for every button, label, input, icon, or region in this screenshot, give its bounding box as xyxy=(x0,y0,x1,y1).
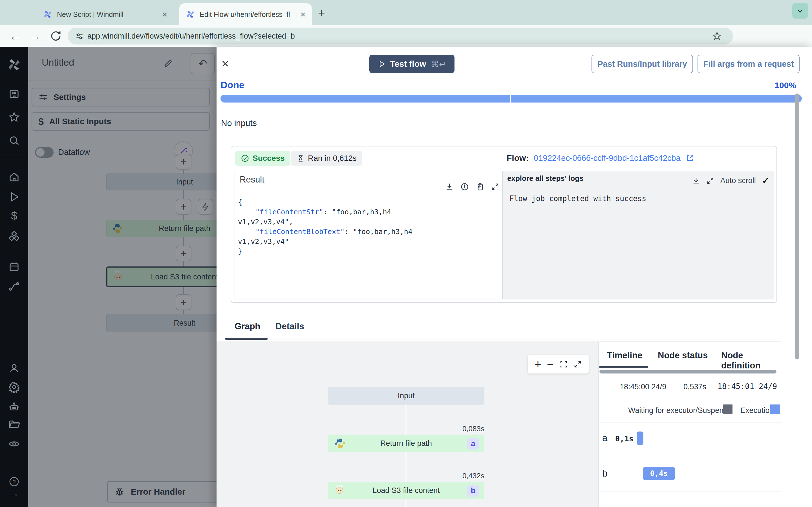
graph-edge xyxy=(406,404,406,435)
row-b-duration: 0,4s xyxy=(650,469,668,478)
node-label: Return file path xyxy=(380,439,432,448)
audit-eye-icon[interactable] xyxy=(8,438,20,450)
row-b-execution-bar: 0,4s xyxy=(643,467,675,480)
no-inputs-text: No inputs xyxy=(221,118,257,128)
timeline-row-a: a 0,1s xyxy=(599,422,781,456)
duration-label: Ran in 0,612s xyxy=(308,154,357,163)
browser-tab-bar: New Script | Windmill × Edit Flow u/henr… xyxy=(0,0,812,25)
legend-waiting-swatch xyxy=(723,404,732,414)
variables-dollar-icon[interactable]: $ xyxy=(11,210,17,222)
settings-gear-icon[interactable] xyxy=(8,381,20,393)
reload-button[interactable] xyxy=(50,30,62,42)
flow-id-link[interactable]: 019224ec-0666-ccff-9dbd-1c1af5c42cba xyxy=(534,154,680,163)
past-runs-button[interactable]: Past Runs/Input library xyxy=(592,55,693,73)
result-log-split: Result {"fileContentStr": "foo,bar,h3,h4… xyxy=(235,171,774,299)
start-time: 18:45:00 24/9 xyxy=(620,383,666,391)
test-flow-panel: × Test flow ⌘↵ Past Runs/Input library F… xyxy=(216,47,812,507)
row-a-duration: 0,1s xyxy=(615,434,633,443)
status-done: Done xyxy=(220,79,245,91)
graph-node-input[interactable]: Input xyxy=(328,387,485,404)
modal-dim-overlay xyxy=(28,47,216,507)
legend-execution-swatch xyxy=(770,404,780,414)
address-bar[interactable]: app.windmill.dev/flows/edit/u/henri/effo… xyxy=(68,27,733,45)
expand-icon[interactable] xyxy=(706,177,714,185)
fit-view-icon[interactable] xyxy=(559,360,568,369)
home-icon[interactable] xyxy=(8,171,20,183)
tab-node-status[interactable]: Node status xyxy=(658,350,708,360)
timeline-legend: Waiting for executor/Suspend Execution xyxy=(599,398,781,422)
result-toolbar xyxy=(445,182,499,191)
sidebar-divider xyxy=(0,76,28,77)
tab-edit-flow[interactable]: Edit Flow u/henri/effortless_fl × xyxy=(179,3,312,25)
routes-icon[interactable] xyxy=(8,280,20,292)
runs-play-icon[interactable] xyxy=(8,191,20,203)
tab-new-script[interactable]: New Script | Windmill × xyxy=(37,3,174,25)
log-line: Flow job completed with success xyxy=(509,194,646,203)
python-icon xyxy=(335,438,346,449)
total-duration: 0,537s xyxy=(683,383,706,391)
auto-scroll-label[interactable]: Auto scroll xyxy=(720,176,756,185)
success-label: Success xyxy=(253,154,285,163)
success-badge: Success xyxy=(235,151,290,166)
external-link-icon[interactable] xyxy=(686,154,694,162)
result-pane: Result {"fileContentStr": "foo,bar,h3,h4… xyxy=(235,171,502,299)
tab-node-definition[interactable]: Node definition xyxy=(721,350,781,371)
node-label: Load S3 file content xyxy=(372,486,440,495)
vertical-scrollbar[interactable] xyxy=(795,94,799,359)
node-b-badge: b xyxy=(467,485,479,497)
test-flow-label: Test flow xyxy=(390,59,426,69)
help-icon[interactable]: ? xyxy=(8,476,20,487)
schedules-calendar-icon[interactable] xyxy=(8,261,20,273)
windmill-logo-icon[interactable] xyxy=(7,57,21,72)
forward-button[interactable]: → xyxy=(29,31,41,42)
bookmark-star-icon[interactable] xyxy=(712,31,722,41)
row-b-label: b xyxy=(602,468,607,479)
sidebar-divider xyxy=(0,158,28,158)
graph-edge xyxy=(406,499,406,507)
legend-waiting-label: Waiting for executor/Suspend xyxy=(628,406,728,415)
copy-clipboard-icon[interactable] xyxy=(476,182,484,191)
expand-icon[interactable] xyxy=(491,182,499,191)
download-icon[interactable] xyxy=(692,177,700,185)
node-b-duration: 0,432s xyxy=(428,471,485,480)
favorites-star-icon[interactable] xyxy=(8,111,20,123)
active-tab-indicator xyxy=(599,366,648,368)
progress-step-divider xyxy=(510,95,511,103)
tab-details[interactable]: Details xyxy=(275,321,304,332)
horizontal-scrollbar[interactable] xyxy=(599,370,776,374)
tab-close-icon[interactable]: × xyxy=(300,9,306,20)
check-icon[interactable]: ✓ xyxy=(762,176,769,186)
timeline-panel: Timeline Node status Node definition 18:… xyxy=(598,341,781,507)
user-icon[interactable] xyxy=(8,362,20,374)
node-a-badge: a xyxy=(467,438,479,450)
collapse-arrow-icon[interactable]: → xyxy=(9,488,19,499)
windmill-logo-icon xyxy=(43,10,52,19)
new-tab-button[interactable]: + xyxy=(318,7,325,19)
workspace-icon[interactable] xyxy=(8,88,20,100)
view-tabs: Graph Details xyxy=(216,321,780,340)
graph-node-b[interactable]: TS Load S3 file content b xyxy=(328,482,485,499)
close-panel-icon[interactable]: × xyxy=(221,57,229,70)
folders-icon[interactable] xyxy=(8,418,20,431)
fill-args-button[interactable]: Fill args from a request xyxy=(698,55,800,73)
download-icon[interactable] xyxy=(445,182,454,191)
workers-robot-icon[interactable] xyxy=(8,401,20,413)
search-icon[interactable] xyxy=(8,135,20,147)
test-flow-button[interactable]: Test flow ⌘↵ xyxy=(369,55,455,73)
tab-title: New Script | Windmill xyxy=(57,10,123,18)
flow-graph-canvas[interactable]: + − Input 0,083s Return file path a 0,43… xyxy=(216,341,598,507)
graph-node-a[interactable]: Return file path a xyxy=(328,435,485,452)
tab-close-icon[interactable]: × xyxy=(162,9,167,20)
fullscreen-icon[interactable] xyxy=(573,360,582,369)
site-settings-icon[interactable] xyxy=(75,32,84,41)
duration-badge: Ran in 0,612s xyxy=(291,151,362,166)
tab-graph[interactable]: Graph xyxy=(235,321,260,332)
back-button[interactable]: ← xyxy=(10,31,21,42)
resources-boxes-icon[interactable] xyxy=(8,230,20,242)
info-icon[interactable] xyxy=(460,182,469,191)
zoom-in-icon[interactable]: + xyxy=(535,358,541,371)
tab-search-chevron-icon[interactable] xyxy=(792,3,808,18)
url-text: app.windmill.dev/flows/edit/u/henri/effo… xyxy=(87,32,295,41)
tab-timeline[interactable]: Timeline xyxy=(607,350,642,360)
zoom-out-icon[interactable]: − xyxy=(547,358,553,371)
